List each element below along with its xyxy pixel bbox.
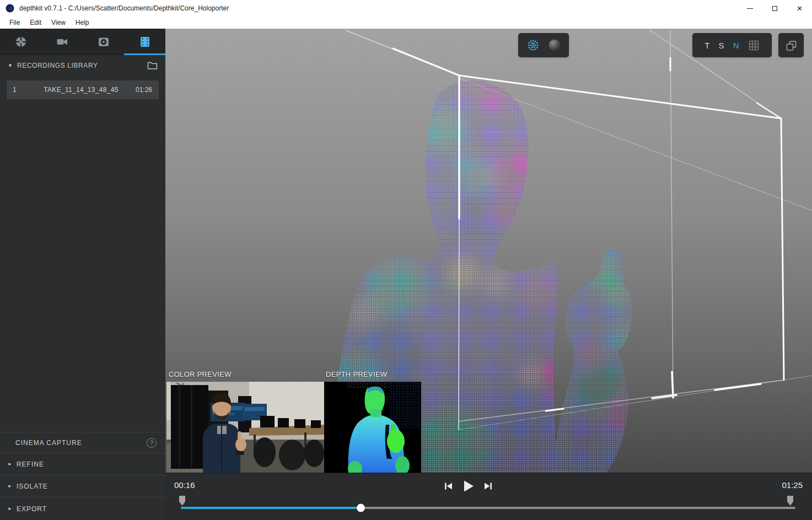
color-preview-image bbox=[166, 382, 324, 473]
recordings-library-header[interactable]: ▼ RECORDINGS LIBRARY bbox=[0, 55, 165, 76]
mesh-mode-button[interactable] bbox=[547, 38, 562, 52]
expand-arrow-icon: ► bbox=[8, 484, 12, 489]
render-mode-group bbox=[518, 33, 569, 57]
minimize-icon bbox=[747, 8, 753, 9]
menu-help[interactable]: Help bbox=[71, 19, 94, 26]
play-button[interactable] bbox=[462, 480, 475, 492]
display-mode-group: T S N bbox=[692, 33, 772, 57]
close-icon: ✕ bbox=[797, 5, 803, 12]
collapse-caret-icon: ▼ bbox=[8, 63, 13, 68]
open-folder-icon[interactable] bbox=[147, 61, 158, 70]
expand-arrow-icon: ► bbox=[8, 506, 12, 511]
camera-icon bbox=[56, 35, 69, 48]
take-index: 1 bbox=[7, 86, 26, 94]
duplicate-view-icon[interactable] bbox=[785, 39, 798, 52]
help-icon[interactable]: ? bbox=[147, 438, 157, 448]
tab-sensor[interactable] bbox=[0, 29, 41, 55]
depthkit-logo-icon bbox=[6, 4, 14, 13]
shaded-mode-button[interactable]: S bbox=[719, 41, 724, 50]
menu-edit[interactable]: Edit bbox=[25, 19, 46, 26]
maximize-button[interactable] bbox=[762, 0, 787, 17]
sidebar-spacer bbox=[0, 99, 165, 432]
out-point-marker[interactable] bbox=[787, 496, 793, 506]
current-time: 00:16 bbox=[174, 480, 195, 490]
in-point-marker[interactable] bbox=[179, 496, 185, 506]
timeline-slider[interactable] bbox=[181, 507, 795, 509]
skip-to-start-button[interactable] bbox=[444, 481, 453, 491]
menu-view[interactable]: View bbox=[46, 19, 71, 26]
depth-preview-image bbox=[324, 382, 421, 473]
take-name: TAKE_11_14_13_48_45 bbox=[26, 86, 136, 94]
take-duration: 01:26 bbox=[136, 86, 159, 94]
menubar: File Edit View Help bbox=[0, 17, 812, 29]
minimize-button[interactable] bbox=[738, 0, 762, 17]
playback-bar: 00:16 01:25 bbox=[165, 473, 812, 520]
texture-mode-button[interactable]: T bbox=[705, 41, 709, 50]
sensor-icon bbox=[14, 35, 28, 48]
sidebar: ▼ RECORDINGS LIBRARY 1 TAKE_11_14_13_48_… bbox=[0, 29, 165, 520]
viewport-area: T S N bbox=[165, 29, 812, 520]
export-label: EXPORT bbox=[17, 505, 47, 513]
grid-icon[interactable] bbox=[748, 40, 760, 51]
skip-to-end-button[interactable] bbox=[483, 481, 493, 491]
tab-record[interactable] bbox=[83, 29, 124, 55]
timeline-progress bbox=[181, 507, 361, 509]
maximize-icon bbox=[772, 6, 777, 11]
section-export[interactable]: ► EXPORT bbox=[0, 497, 165, 520]
menu-file[interactable]: File bbox=[4, 19, 25, 26]
layout-toggle-group bbox=[778, 33, 804, 57]
section-cinema-capture[interactable]: CINEMA CAPTURE ? bbox=[0, 432, 165, 453]
total-time: 01:25 bbox=[782, 480, 803, 490]
color-preview-label: COLOR PREVIEW bbox=[169, 370, 232, 378]
recordings-library-title: RECORDINGS LIBRARY bbox=[17, 62, 98, 69]
titlebar: depthkit v0.7.1 - C:/Users/Scatter/Docum… bbox=[0, 0, 812, 17]
sidebar-tabstrip bbox=[0, 29, 165, 55]
expand-arrow-icon: ► bbox=[8, 462, 12, 467]
depth-preview-label: DEPTH PREVIEW bbox=[326, 370, 388, 378]
section-isolate[interactable]: ► ISOLATE bbox=[0, 475, 165, 497]
viewport-toolbar: T S N bbox=[518, 33, 804, 57]
close-button[interactable]: ✕ bbox=[787, 0, 812, 17]
tab-editor[interactable] bbox=[124, 29, 165, 55]
tab-camera[interactable] bbox=[41, 29, 83, 55]
app-window: depthkit v0.7.1 - C:/Users/Scatter/Docum… bbox=[0, 0, 812, 520]
record-icon bbox=[97, 35, 110, 48]
point-cloud-mode-button[interactable] bbox=[525, 37, 541, 53]
take-row[interactable]: 1 TAKE_11_14_13_48_45 01:26 bbox=[7, 80, 159, 99]
cinema-capture-label: CINEMA CAPTURE bbox=[15, 439, 82, 447]
transport-controls bbox=[444, 480, 493, 492]
window-title: depthkit v0.7.1 - C:/Users/Scatter/Docum… bbox=[19, 4, 229, 12]
refine-label: REFINE bbox=[17, 461, 44, 468]
playhead-thumb[interactable] bbox=[357, 504, 365, 512]
section-refine[interactable]: ► REFINE bbox=[0, 453, 165, 475]
filmstrip-icon bbox=[138, 35, 152, 48]
normals-mode-button[interactable]: N bbox=[733, 41, 739, 50]
isolate-label: ISOLATE bbox=[17, 483, 48, 490]
